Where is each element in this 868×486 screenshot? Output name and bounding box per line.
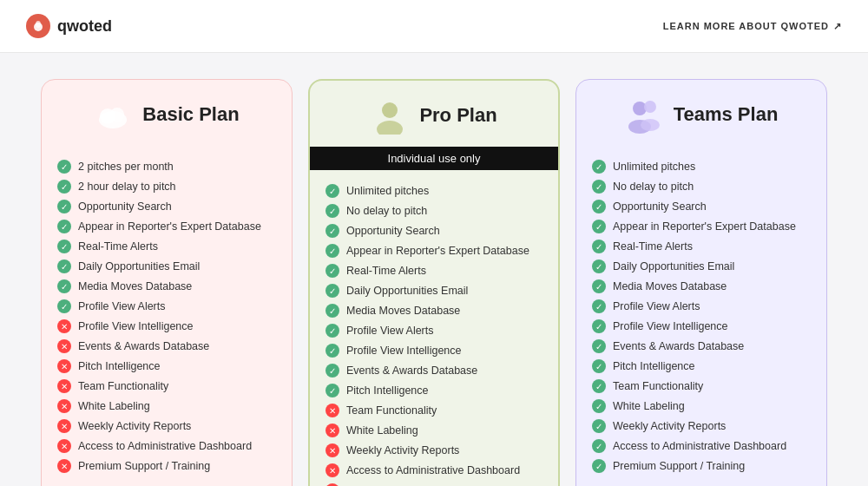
svg-point-1 (36, 21, 41, 28)
logo-text: qwoted (57, 17, 112, 36)
feature-text: Profile View Intelligence (613, 320, 727, 332)
feature-text: No delay to pitch (613, 181, 694, 193)
x-icon: ✕ (57, 379, 71, 393)
check-icon: ✓ (592, 220, 606, 233)
check-icon: ✓ (57, 160, 71, 174)
list-item: ✓2 hour delay to pitch (57, 180, 276, 194)
teams-plan-name: Teams Plan (674, 103, 779, 126)
check-icon: ✓ (326, 284, 339, 298)
feature-text: Real-Time Alerts (346, 265, 426, 277)
check-icon: ✓ (326, 344, 339, 358)
list-item: ✓Profile View Intelligence (326, 344, 542, 358)
list-item: ✓Pitch Intelligence (326, 384, 542, 397)
basic-plan-name: Basic Plan (142, 103, 239, 126)
list-item: ✓Real-Time Alerts (326, 264, 542, 278)
list-item: ✕Pitch Intelligence (57, 359, 276, 373)
feature-text: Weekly Activity Reports (613, 420, 726, 432)
check-icon: ✓ (592, 359, 606, 373)
svg-point-10 (641, 119, 660, 131)
pro-plan-card: Pro Plan Individual use only ✓Unlimited … (308, 79, 560, 486)
feature-text: Media Moves Database (78, 280, 192, 292)
check-icon: ✓ (592, 459, 606, 473)
check-icon: ✓ (326, 364, 339, 378)
feature-text: Events & Awards Database (346, 364, 477, 377)
list-item: ✓Real-Time Alerts (592, 240, 811, 253)
list-item: ✕Team Functionality (57, 379, 276, 393)
list-item: ✓Daily Opportunities Email (57, 259, 276, 273)
pro-plan-subtitle: Individual use only (310, 147, 558, 170)
basic-plan-card: Basic Plan ✓2 pitches per month✓2 hour d… (41, 79, 293, 486)
check-icon: ✓ (326, 184, 339, 198)
check-icon: ✓ (326, 244, 339, 258)
check-icon: ✓ (592, 419, 606, 433)
list-item: ✓Weekly Activity Reports (592, 419, 811, 433)
list-item: ✓Opportunity Search (592, 200, 811, 213)
header: qwoted LEARN MORE ABOUT QWOTED ↗ (0, 0, 868, 53)
check-icon: ✓ (57, 299, 71, 313)
list-item: ✓Media Moves Database (57, 279, 276, 293)
feature-text: Access to Administrative Dashboard (78, 440, 252, 452)
x-icon: ✕ (326, 463, 339, 477)
list-item: ✕Access to Administrative Dashboard (57, 439, 276, 453)
check-icon: ✓ (326, 324, 339, 338)
check-icon: ✓ (592, 319, 606, 333)
learn-more-link[interactable]: LEARN MORE ABOUT QWOTED ↗ (663, 21, 842, 32)
check-icon: ✓ (592, 399, 606, 413)
list-item: ✕Profile View Intelligence (57, 319, 276, 333)
feature-text: Appear in Reporter's Expert Database (346, 245, 529, 257)
list-item: ✓Profile View Alerts (592, 299, 811, 313)
feature-text: White Labeling (78, 400, 150, 412)
list-item: ✓Profile View Intelligence (592, 319, 811, 333)
feature-text: No delay to pitch (346, 205, 427, 217)
check-icon: ✓ (57, 240, 71, 253)
list-item: ✓Profile View Alerts (57, 299, 276, 313)
feature-text: White Labeling (613, 400, 685, 412)
list-item: ✓Opportunity Search (326, 224, 542, 238)
list-item: ✓Team Functionality (592, 379, 811, 393)
basic-plan-header: Basic Plan (42, 80, 292, 146)
logo-icon (26, 14, 50, 38)
pro-plan-header: Pro Plan (310, 81, 558, 147)
check-icon: ✓ (57, 220, 71, 233)
check-icon: ✓ (592, 240, 606, 253)
basic-plan-icon (94, 95, 132, 134)
feature-text: 2 pitches per month (78, 161, 174, 173)
list-item: ✓Real-Time Alerts (57, 240, 276, 253)
feature-text: Daily Opportunities Email (346, 285, 468, 297)
teams-plan-card: Teams Plan ✓Unlimited pitches✓No delay t… (575, 79, 827, 486)
check-icon: ✓ (592, 259, 606, 273)
feature-text: Opportunity Search (78, 200, 172, 213)
feature-text: Pitch Intelligence (346, 384, 429, 397)
feature-text: Real-Time Alerts (613, 240, 693, 253)
list-item: ✕White Labeling (57, 399, 276, 413)
basic-features-list: ✓2 pitches per month✓2 hour delay to pit… (42, 146, 292, 486)
feature-text: Weekly Activity Reports (78, 420, 191, 432)
check-icon: ✓ (326, 264, 339, 278)
list-item: ✓White Labeling (592, 399, 811, 413)
list-item: ✕Access to Administrative Dashboard (326, 463, 542, 477)
list-item: ✓No delay to pitch (326, 204, 542, 218)
feature-text: Events & Awards Database (78, 340, 209, 352)
feature-text: Profile View Intelligence (346, 345, 461, 357)
list-item: ✓Media Moves Database (592, 279, 811, 293)
feature-text: Media Moves Database (613, 280, 727, 292)
feature-text: Unlimited pitches (346, 185, 429, 197)
check-icon: ✓ (326, 384, 339, 397)
check-icon: ✓ (57, 180, 71, 194)
feature-text: Daily Opportunities Email (613, 260, 734, 273)
feature-text: Profile View Alerts (613, 300, 700, 312)
check-icon: ✓ (592, 160, 606, 174)
x-icon: ✕ (326, 424, 339, 437)
list-item: ✓Events & Awards Database (592, 339, 811, 353)
feature-text: Appear in Reporter's Expert Database (613, 220, 796, 233)
feature-text: Team Functionality (613, 380, 703, 392)
feature-text: Team Functionality (78, 380, 168, 392)
feature-text: Weekly Activity Reports (346, 444, 459, 456)
x-icon: ✕ (57, 439, 71, 453)
x-icon: ✕ (57, 459, 71, 473)
list-item: ✓2 pitches per month (57, 160, 276, 174)
x-icon: ✕ (57, 399, 71, 413)
list-item: ✓Unlimited pitches (326, 184, 542, 198)
check-icon: ✓ (592, 339, 606, 353)
external-link-icon: ↗ (833, 21, 842, 32)
